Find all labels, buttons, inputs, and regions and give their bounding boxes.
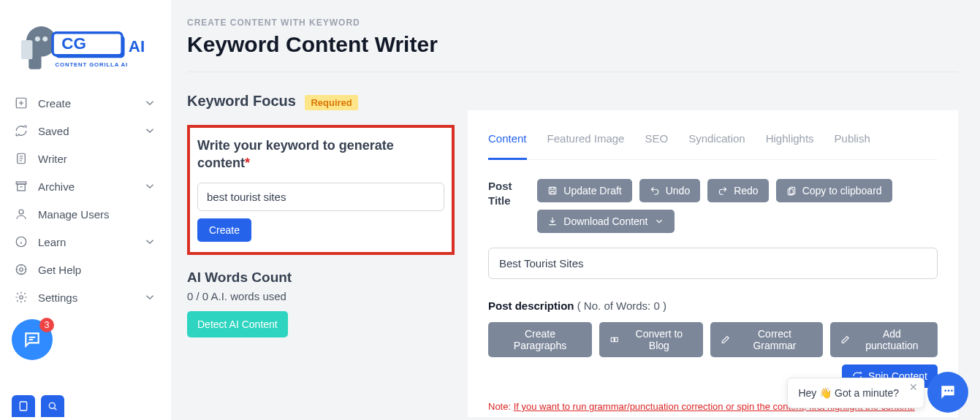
page-eyebrow: CREATE CONTENT WITH KEYWORD [187, 18, 958, 28]
btn-label: Undo [666, 185, 690, 196]
chevron-down-icon [143, 291, 156, 304]
keyword-prompt-text: Write your keyword to generate content [197, 138, 394, 170]
svg-rect-10 [18, 184, 26, 191]
ai-words-sub: 0 / 0 A.I. words used [187, 290, 455, 302]
tab-syndication[interactable]: Syndication [688, 125, 745, 159]
sidebar-item-archive[interactable]: Archive [0, 172, 171, 200]
svg-rect-16 [550, 187, 556, 194]
document-icon [18, 400, 29, 412]
chevron-down-icon [143, 180, 156, 193]
create-paragraphs-button[interactable]: Create Paragraphs [488, 322, 592, 357]
sidebar-item-label: Writer [38, 153, 67, 165]
search-icon [47, 400, 58, 412]
undo-icon [650, 186, 660, 196]
close-icon[interactable]: ✕ [909, 381, 918, 393]
save-icon [547, 186, 558, 196]
chat-launcher-left[interactable]: 3 [12, 319, 53, 360]
btn-label: Add punctuation [856, 328, 927, 351]
tab-highlights[interactable]: Highlights [766, 125, 814, 159]
chat-badge: 3 [39, 318, 54, 332]
left-column: Write your keyword to generate content* … [187, 110, 455, 417]
main: CREATE CONTENT WITH KEYWORD Keyword Cont… [171, 0, 980, 420]
sidebar-item-get-help[interactable]: Get Help [0, 256, 171, 283]
post-title-input[interactable] [488, 248, 938, 279]
ai-words-card: AI Words Count 0 / 0 A.I. words used Det… [187, 270, 455, 337]
btn-label: Update Draft [563, 185, 621, 196]
sidebar-item-settings[interactable]: Settings [0, 283, 171, 311]
mini-search-button[interactable] [41, 395, 64, 417]
keyword-input[interactable] [197, 183, 444, 211]
keyword-focus-label: Keyword Focus [187, 93, 296, 109]
svg-point-21 [944, 389, 946, 392]
convert-blog-button[interactable]: Convert to Blog [599, 322, 703, 357]
chevron-down-icon [143, 235, 156, 248]
user-icon [15, 207, 28, 221]
sidebar-item-label: Manage Users [38, 208, 110, 221]
post-desc-heading: Post description ( No. of Words: 0 ) [488, 299, 938, 312]
edit-icon [721, 335, 730, 345]
sidebar-item-label: Get Help [38, 264, 81, 276]
download-button[interactable]: Download Content [537, 210, 674, 233]
svg-rect-17 [789, 187, 794, 194]
required-pill: Required [305, 95, 357, 110]
tab-seo[interactable]: SEO [645, 125, 668, 159]
sidebar-item-label: Saved [38, 125, 69, 137]
page-title: Keyword Content Writer [187, 32, 958, 57]
archive-icon [15, 180, 28, 193]
sidebar-item-create[interactable]: Create [0, 89, 171, 117]
desc-actions: Create Paragraphs Convert to Blog Correc… [488, 322, 938, 357]
btn-label: Correct Grammar [737, 328, 813, 351]
sidebar-item-label: Settings [38, 291, 77, 304]
chevron-down-icon [654, 216, 664, 226]
redo-icon [718, 186, 728, 196]
create-button[interactable]: Create [197, 218, 251, 242]
sidebar-item-saved[interactable]: Saved [0, 117, 171, 145]
ai-words-title: AI Words Count [187, 270, 455, 286]
refresh-icon [15, 124, 28, 137]
svg-point-20 [49, 402, 55, 408]
post-desc-label: Post description [488, 299, 574, 312]
redo-button[interactable]: Redo [707, 179, 768, 202]
sidebar-item-manage-users[interactable]: Manage Users [0, 200, 171, 228]
chevron-down-icon [143, 124, 156, 137]
plus-box-icon [15, 96, 28, 110]
document-icon [15, 152, 28, 165]
content-panel: Content Featured Image SEO Syndication H… [468, 110, 958, 417]
brand-logo: CG AI CONTENT GORILLA AI [0, 9, 171, 82]
note-prefix: Note: [488, 401, 514, 412]
sidebar-item-label: Create [38, 97, 71, 110]
update-draft-button[interactable]: Update Draft [537, 179, 631, 202]
sidebar-item-label: Learn [38, 236, 66, 248]
toast-text: Hey 👋 Got a minute? [798, 387, 899, 399]
chat-toast[interactable]: Hey 👋 Got a minute? ✕ [787, 378, 924, 408]
correct-grammar-button[interactable]: Correct Grammar [710, 322, 823, 357]
keyword-input-card: Write your keyword to generate content* … [187, 125, 455, 255]
detect-ai-button[interactable]: Detect AI Content [187, 311, 288, 337]
svg-rect-4 [21, 40, 33, 59]
undo-button[interactable]: Undo [639, 179, 700, 202]
speech-icon [938, 383, 957, 402]
post-title-label: Post Title [488, 179, 520, 207]
add-punctuation-button[interactable]: Add punctuation [830, 322, 938, 357]
copy-button[interactable]: Copy to clipboard [776, 179, 892, 202]
title-actions: Update Draft Undo Redo Copy to clipboard [537, 179, 938, 233]
convert-icon [609, 335, 619, 345]
tab-content[interactable]: Content [488, 125, 527, 160]
sidebar-item-label: Archive [38, 180, 75, 193]
sidebar-item-writer[interactable]: Writer [0, 145, 171, 172]
chat-icon [23, 330, 42, 349]
svg-point-1 [35, 37, 40, 42]
gear-icon [15, 291, 28, 304]
tab-publish[interactable]: Publish [835, 125, 870, 159]
tab-bar: Content Featured Image SEO Syndication H… [488, 125, 938, 160]
mini-document-button[interactable] [12, 395, 35, 417]
svg-point-11 [19, 210, 23, 214]
clipboard-icon [786, 186, 797, 196]
tab-featured-image[interactable]: Featured Image [547, 125, 625, 159]
chat-launcher-right[interactable] [927, 372, 968, 413]
svg-point-23 [951, 389, 953, 392]
info-icon [15, 235, 28, 248]
sidebar-item-learn[interactable]: Learn [0, 228, 171, 256]
logo-initials: CG [61, 34, 86, 53]
pencil-icon [840, 335, 850, 345]
